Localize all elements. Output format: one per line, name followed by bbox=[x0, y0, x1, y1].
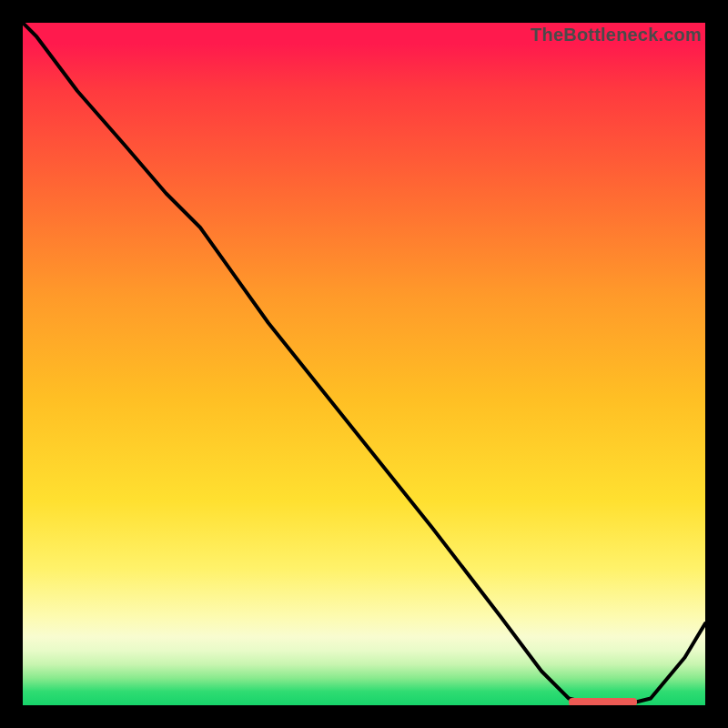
plot-area: TheBottleneck.com bbox=[23, 23, 705, 705]
optimal-range-marker bbox=[569, 698, 637, 706]
chart-frame: TheBottleneck.com bbox=[23, 23, 705, 705]
watermark-text: TheBottleneck.com bbox=[531, 25, 702, 46]
bottleneck-curve bbox=[23, 23, 705, 705]
